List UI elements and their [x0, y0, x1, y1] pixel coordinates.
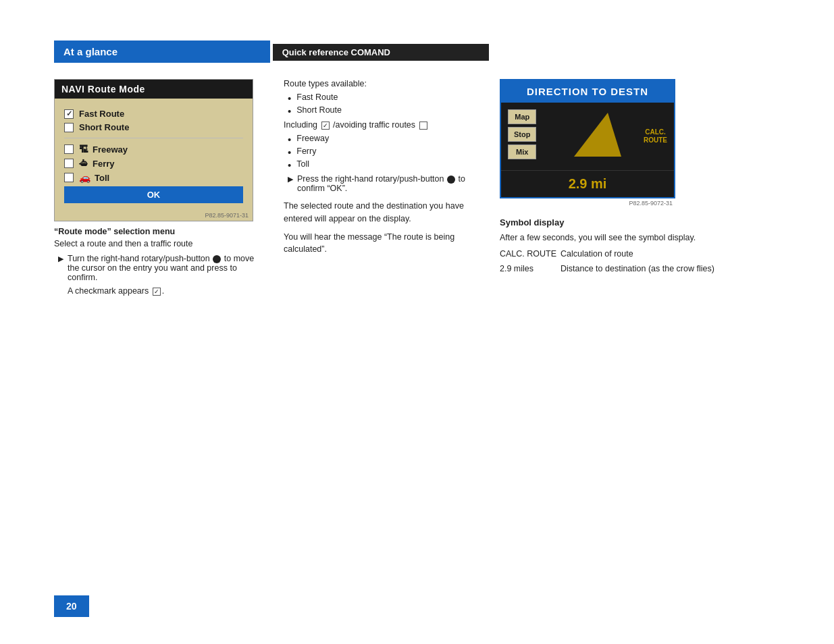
fast-route-item: Fast Route [64, 109, 243, 119]
mid-bullet4-text: Ferry [296, 146, 316, 156]
mid-bullet4: • Ferry [288, 146, 479, 157]
direction-body: Map Stop Mix CALC. ROUTE [501, 103, 674, 170]
ferry-icon: ⛴ [79, 158, 88, 169]
middle-column: Route types available: • Fast Route • Sh… [277, 79, 479, 296]
navi-screenshot: NAVI Route Mode Fast Route Short Route [54, 79, 253, 221]
route-mode-caption: “Route mode” selection menu [54, 227, 263, 236]
mid-step-press-text: Press the right-hand rotary/push-button … [297, 174, 479, 193]
mid-bullet1: • Fast Route [288, 92, 479, 103]
freeway-checkbox [64, 144, 74, 154]
page-number: 20 [54, 595, 89, 617]
toll-item: 🚗 Toll [64, 172, 243, 183]
bullet-dot-4: • [288, 147, 291, 157]
symbol-table: CALC. ROUTE Calculation of route 2.9 mil… [500, 249, 780, 273]
direction-screenshot: DIRECTION TO DESTN Map Stop Mix [500, 79, 675, 198]
sym-val-2: Distance to destination (as the crow fli… [561, 264, 780, 273]
sym-key-2: 2.9 miles [500, 264, 561, 273]
left-step2: A checkmark appears ✓. [68, 286, 263, 296]
direction-map-area: CALC. ROUTE [542, 109, 667, 163]
calc-route-label: CALC. ROUTE [644, 128, 667, 144]
checkmark-inline-icon: ✓ [321, 122, 330, 130]
at-a-glance-bar: At a glance [54, 41, 270, 63]
freeway-label: Freeway [93, 144, 128, 155]
right-column: DIRECTION TO DESTN Map Stop Mix [493, 79, 780, 296]
fast-route-checkbox [64, 109, 74, 119]
sym-val-1: Calculation of route [561, 249, 780, 259]
direction-distance: 2.9 mi [501, 170, 674, 197]
mid-step-press: ▶ Press the right-hand rotary/push-butto… [288, 174, 479, 193]
navi-ok-bar: OK [64, 186, 243, 203]
short-route-label: Short Route [79, 122, 129, 132]
sym-row-1: CALC. ROUTE Calculation of route [500, 249, 780, 259]
rotary-button-icon-1 [213, 255, 221, 263]
sym-row-2: 2.9 miles Distance to destination (as th… [500, 264, 780, 273]
sym-key-1: CALC. ROUTE [500, 249, 561, 259]
navi-title: NAVI Route Mode [55, 80, 253, 99]
ferry-checkbox [64, 159, 74, 168]
bullet-dot-1: • [288, 93, 291, 103]
mid-bullet3-text: Freeway [296, 134, 329, 143]
route-mode-description: Select a route and then a traffic route [54, 239, 263, 248]
empty-checkbox-icon [419, 122, 427, 130]
left-step1: ▶ Turn the right-hand rotary/push-button… [58, 254, 263, 282]
toll-label: Toll [95, 173, 109, 183]
map-btn: Map [508, 109, 536, 124]
rotary-button-icon-2 [447, 176, 455, 184]
arrow-icon-2: ▶ [288, 175, 293, 184]
freeway-icon: 🏗 [79, 144, 88, 155]
svg-marker-0 [574, 113, 621, 157]
short-route-item: Short Route [64, 122, 243, 132]
short-route-checkbox [64, 123, 74, 132]
mid-bullet1-text: Fast Route [296, 92, 338, 102]
including-text: Including ✓ /avoiding traffic routes [284, 120, 479, 130]
mid-bullet3: • Freeway [288, 134, 479, 144]
direction-title: DIRECTION TO DESTN [501, 80, 674, 103]
toll-checkbox [64, 173, 74, 182]
main-content: NAVI Route Mode Fast Route Short Route [54, 79, 780, 296]
mid-bullet2: • Short Route [288, 105, 479, 116]
direction-part-number: P82.85-9072-31 [500, 198, 675, 208]
navi-body: Fast Route Short Route 🏗 Freeway [55, 99, 253, 210]
bullet-dot-3: • [288, 134, 291, 144]
route-types-label: Route types available: [284, 79, 479, 88]
mid-para1: The selected route and the destination y… [284, 200, 479, 225]
toll-icon: 🚗 [79, 172, 90, 183]
checkmark-icon: ✓ [153, 288, 161, 296]
navi-divider [64, 138, 243, 138]
mid-bullet2-text: Short Route [296, 105, 342, 115]
quick-reference-bar: Quick reference COMAND [273, 44, 489, 61]
mid-bullet5-text: Toll [296, 159, 309, 169]
mid-para2: You will hear the message “The route is … [284, 231, 479, 257]
symbol-intro: After a few seconds, you will see the sy… [500, 233, 780, 242]
bullet-dot-2: • [288, 106, 291, 116]
freeway-item: 🏗 Freeway [64, 144, 243, 155]
mid-bullet5: • Toll [288, 159, 479, 170]
fast-route-label: Fast Route [79, 109, 124, 119]
arrow-icon-1: ▶ [58, 254, 63, 263]
direction-arrow-svg [561, 109, 648, 163]
navi-part-number: P82.85-9071-31 [55, 210, 253, 221]
header-section: At a glance Quick reference COMAND [54, 41, 780, 63]
symbol-display-title: Symbol display [500, 217, 780, 227]
ferry-item: ⛴ Ferry [64, 158, 243, 169]
stop-btn: Stop [508, 127, 536, 142]
left-step1-text: Turn the right-hand rotary/push-button t… [68, 254, 263, 282]
direction-sidebar: Map Stop Mix [508, 109, 536, 163]
ferry-label: Ferry [93, 159, 115, 169]
left-column: NAVI Route Mode Fast Route Short Route [54, 79, 263, 296]
bullet-dot-5: • [288, 160, 291, 170]
mix-btn: Mix [508, 144, 536, 159]
